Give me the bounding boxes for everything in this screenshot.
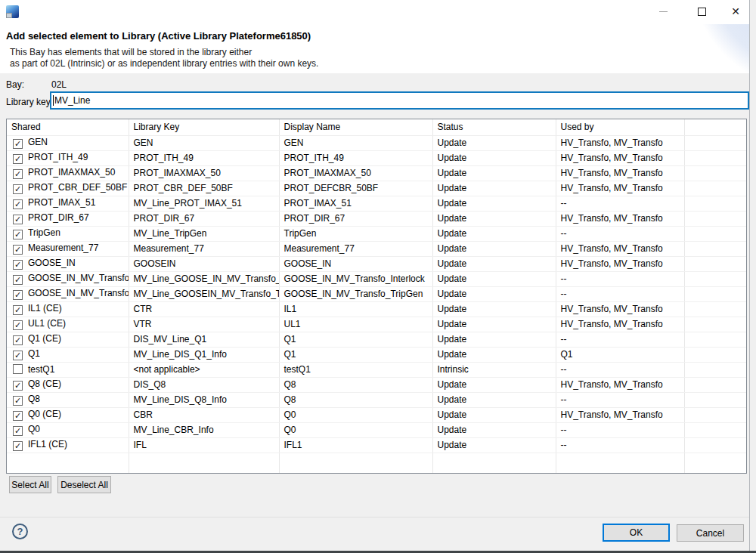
shared-label: PROT_IMAX_51 xyxy=(28,197,95,208)
row-checkbox-checked[interactable]: ✓ xyxy=(13,199,23,209)
row-checkbox-checked[interactable]: ✓ xyxy=(13,426,23,436)
table-row[interactable]: ✓PROT_ITH_49PROT_ITH_49PROT_ITH_49Update… xyxy=(7,150,746,165)
row-checkbox-checked[interactable]: ✓ xyxy=(13,441,23,451)
used-by-cell: -- xyxy=(556,422,684,437)
library-key-cell: MV_Line_GOOSE_IN_MV_Transfo_... xyxy=(129,271,279,286)
table-row[interactable]: ✓Q1 (CE)DIS_MV_Line_Q1Q1Update-- xyxy=(7,332,746,347)
display-name-cell: IL1 xyxy=(279,301,432,317)
row-checkbox-checked[interactable]: ✓ xyxy=(13,305,23,315)
library-key-cell: DIS_Q8 xyxy=(129,377,279,392)
table-row[interactable]: ✓IL1 (CE)CTRIL1UpdateHV_Transfo, MV_Tran… xyxy=(7,301,746,317)
row-checkbox-checked[interactable]: ✓ xyxy=(13,230,23,239)
status-cell: Update xyxy=(432,241,556,256)
row-checkbox-checked[interactable]: ✓ xyxy=(13,260,23,270)
used-by-cell: -- xyxy=(556,196,684,211)
used-by-cell: -- xyxy=(556,286,684,301)
table-row[interactable]: ✓UL1 (CE)VTRUL1UpdateHV_Transfo, MV_Tran… xyxy=(7,317,746,332)
status-cell: Update xyxy=(432,422,556,437)
table-row[interactable]: ✓Q0MV_Line_CBR_InfoQ0Update-- xyxy=(7,422,746,437)
cancel-button[interactable]: Cancel xyxy=(677,524,744,542)
library-key-label: Library key: xyxy=(6,97,53,107)
table-row[interactable]: ✓PROT_IMAX_51MV_Line_PROT_IMAX_51PROT_IM… xyxy=(7,196,746,211)
display-name-cell: Q8 xyxy=(279,377,432,392)
row-checkbox-checked[interactable]: ✓ xyxy=(13,184,23,194)
row-checkbox-checked[interactable]: ✓ xyxy=(13,169,23,179)
table-row[interactable]: ✓PROT_IMAXMAX_50PROT_IMAXMAX_50PROT_IMAX… xyxy=(7,165,746,181)
table-row[interactable]: ✓PROT_CBR_DEF_50BFPROT_CBR_DEF_50BFPROT_… xyxy=(7,181,746,196)
row-checkbox-checked[interactable]: ✓ xyxy=(13,275,23,285)
row-checkbox-checked[interactable]: ✓ xyxy=(13,154,23,164)
ok-button[interactable]: OK xyxy=(603,524,670,542)
library-key-cell: MV_Line_PROT_IMAX_51 xyxy=(129,196,279,211)
table-row[interactable]: ✓TripGenMV_Line_TripGenTripGenUpdate-- xyxy=(7,226,746,241)
minimize-button[interactable] xyxy=(650,0,676,23)
status-cell: Update xyxy=(432,256,556,271)
table-row[interactable]: testQ1<not applicable>testQ1Intrinsic-- xyxy=(7,362,746,377)
shared-cell: ✓GOOSE_IN_MV_Transfo... xyxy=(7,271,129,286)
shared-label: UL1 (CE) xyxy=(28,318,66,329)
col-header-library-key[interactable]: Library Key xyxy=(129,119,279,135)
shared-cell: ✓Q8 (CE) xyxy=(7,377,129,392)
empty-cell xyxy=(684,150,746,165)
empty-cell xyxy=(684,196,746,211)
library-key-cell: VTR xyxy=(129,317,279,332)
used-by-cell: -- xyxy=(556,226,684,241)
row-checkbox-unchecked[interactable] xyxy=(13,364,23,374)
empty-cell xyxy=(684,407,746,422)
row-checkbox-checked[interactable]: ✓ xyxy=(13,320,23,330)
table-row[interactable]: ✓GOOSE_IN_MV_Transfo...MV_Line_GOOSEIN_M… xyxy=(7,286,746,301)
shared-cell: ✓PROT_CBR_DEF_50BF xyxy=(7,181,129,196)
col-header-display-name[interactable]: Display Name xyxy=(279,119,432,135)
row-checkbox-checked[interactable]: ✓ xyxy=(13,245,23,255)
used-by-cell: -- xyxy=(556,271,684,286)
shared-cell: ✓GOOSE_IN_MV_Transfo... xyxy=(7,286,129,301)
maximize-button[interactable] xyxy=(689,0,714,23)
header-description: This Bay has elements that will be store… xyxy=(10,47,318,70)
shared-label: testQ1 xyxy=(28,364,54,375)
table-row[interactable]: ✓Q8 (CE)DIS_Q8Q8UpdateHV_Transfo, MV_Tra… xyxy=(7,377,746,392)
used-by-cell: HV_Transfo, MV_Transfo xyxy=(556,317,684,332)
col-header-status[interactable]: Status xyxy=(432,119,556,135)
shared-cell: testQ1 xyxy=(7,362,129,377)
display-name-cell: PROT_DIR_67 xyxy=(279,211,432,226)
row-checkbox-checked[interactable]: ✓ xyxy=(13,290,23,300)
empty-cell xyxy=(684,181,746,196)
display-name-cell: Q0 xyxy=(279,422,432,437)
shared-cell: ✓Q8 xyxy=(7,392,129,407)
row-checkbox-checked[interactable]: ✓ xyxy=(13,411,23,421)
table-row[interactable]: ✓Q0 (CE)CBRQ0UpdateHV_Transfo, MV_Transf… xyxy=(7,407,746,422)
row-checkbox-checked[interactable]: ✓ xyxy=(13,396,23,406)
empty-cell xyxy=(556,453,684,473)
library-key-cell: PROT_DIR_67 xyxy=(129,211,279,226)
table-row[interactable]: ✓Measurement_77Measurement_77Measurement… xyxy=(7,241,746,256)
row-checkbox-checked[interactable]: ✓ xyxy=(13,381,23,391)
row-checkbox-checked[interactable]: ✓ xyxy=(13,351,23,360)
table-row[interactable]: ✓GOOSE_INGOOSEINGOOSE_INUpdateHV_Transfo… xyxy=(7,256,746,271)
table-row[interactable]: ✓GENGENGENUpdateHV_Transfo, MV_Transfo xyxy=(7,135,746,150)
row-checkbox-checked[interactable]: ✓ xyxy=(13,139,23,149)
table-row[interactable]: ✓Q8MV_Line_DIS_Q8_InfoQ8Update-- xyxy=(7,392,746,407)
deselect-all-button[interactable]: Deselect All xyxy=(57,476,111,493)
row-checkbox-checked[interactable]: ✓ xyxy=(13,335,23,345)
help-button[interactable]: ? xyxy=(12,524,28,539)
status-cell: Update xyxy=(432,150,556,165)
table-row[interactable]: ✓GOOSE_IN_MV_Transfo...MV_Line_GOOSE_IN_… xyxy=(7,271,746,286)
table-body: ✓GENGENGENUpdateHV_Transfo, MV_Transfo✓P… xyxy=(7,135,746,473)
close-button[interactable]: ✕ xyxy=(723,0,748,23)
row-checkbox-checked[interactable]: ✓ xyxy=(13,215,23,224)
select-all-button[interactable]: Select All xyxy=(9,476,51,493)
status-cell: Intrinsic xyxy=(432,362,556,377)
col-header-used-by[interactable]: Used by xyxy=(556,119,684,135)
shared-cell: ✓Q1 (CE) xyxy=(7,332,129,347)
table-row[interactable]: ✓IFL1 (CE)IFLIFL1Update-- xyxy=(7,437,746,453)
status-cell: Update xyxy=(432,271,556,286)
display-name-cell: Q0 xyxy=(279,407,432,422)
description-line-2: as part of 02L (Intrinsic) or as indepen… xyxy=(10,58,318,70)
empty-cell xyxy=(684,271,746,286)
col-header-shared[interactable]: Shared xyxy=(7,119,129,135)
library-key-cell: PROT_CBR_DEF_50BF xyxy=(129,181,279,196)
table-row[interactable]: ✓PROT_DIR_67PROT_DIR_67PROT_DIR_67Update… xyxy=(7,211,746,226)
table-row[interactable]: ✓Q1MV_Line_DIS_Q1_InfoQ1UpdateQ1 xyxy=(7,347,746,362)
library-key-input[interactable]: MV_Line xyxy=(50,91,749,110)
empty-cell xyxy=(684,392,746,407)
